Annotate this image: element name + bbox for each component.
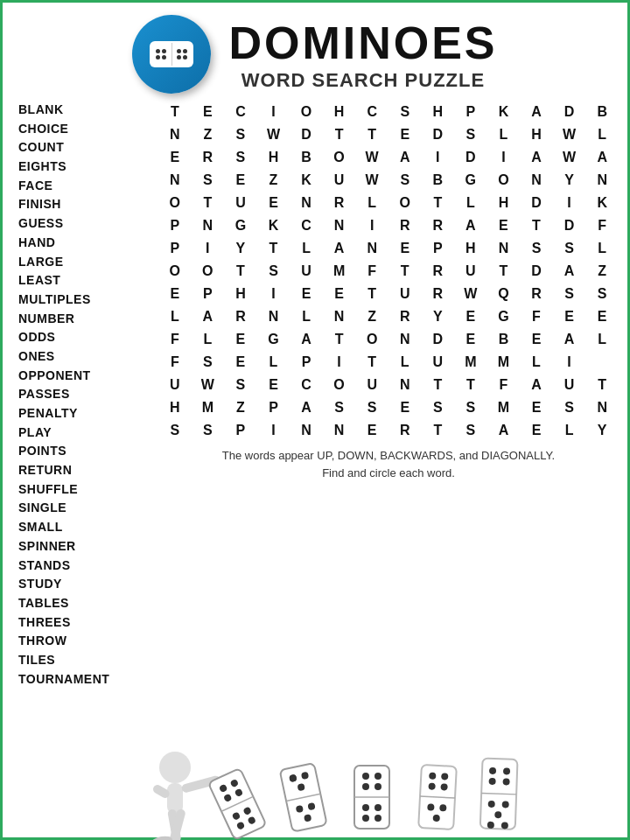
grid-cell: M xyxy=(323,260,356,283)
grid-cell: T xyxy=(224,260,257,283)
grid-cell: E xyxy=(158,146,192,169)
grid-cell: N xyxy=(520,169,553,192)
grid-cell: E xyxy=(257,192,290,214)
word-item: TABLES xyxy=(18,594,151,613)
grid-cell: I xyxy=(422,146,455,169)
grid-cell: C xyxy=(355,101,388,123)
grid-cell: I xyxy=(355,214,388,237)
svg-point-1 xyxy=(159,752,191,783)
content-area: BLANKCHOICECOUNTEIGHTSFACEFINISHGUESSHAN… xyxy=(11,97,619,689)
grid-cell: D xyxy=(290,123,323,146)
grid-cell: L xyxy=(520,351,553,374)
word-item: SPINNER xyxy=(18,537,151,556)
grid-cell: F xyxy=(487,374,521,396)
word-item: ODDS xyxy=(18,328,151,347)
grid-cell: L xyxy=(553,419,586,442)
grid-cell: P xyxy=(224,419,257,442)
grid-cell: S xyxy=(323,396,356,419)
domino-scene-svg xyxy=(11,689,619,840)
word-item: SMALL xyxy=(18,518,151,537)
grid-row: PNGKCNIRRAETDF xyxy=(158,214,619,237)
grid-cell: D xyxy=(422,328,455,351)
grid-cell: L xyxy=(585,328,619,351)
grid-cell: N xyxy=(257,305,290,328)
grid-row: PIYTLANEPHNSSL xyxy=(158,237,619,260)
grid-cell: F xyxy=(158,328,192,351)
grid-cell: T xyxy=(323,328,356,351)
grid-cell: I xyxy=(323,351,356,374)
domino-icon xyxy=(132,15,211,94)
header: DOMINOES WORD SEARCH PUZZLE xyxy=(11,15,619,94)
svg-rect-2 xyxy=(167,783,183,814)
grid-cell: L xyxy=(257,351,290,374)
grid-row: TECIOHCSHPKADB xyxy=(158,101,619,123)
grid-cell: E xyxy=(520,328,553,351)
grid-row: LARNLNZRYEGFEE xyxy=(158,305,619,328)
grid-cell: E xyxy=(192,101,225,123)
grid-cell: E xyxy=(585,305,619,328)
grid-cell: F xyxy=(585,214,619,237)
grid-cell: H xyxy=(487,192,521,214)
grid-cell: R xyxy=(388,305,422,328)
grid-cell: K xyxy=(585,192,619,214)
word-item: MULTIPLES xyxy=(18,290,151,310)
grid-cell: W xyxy=(553,123,586,146)
grid-cell: S xyxy=(355,396,388,419)
grid-cell: L xyxy=(158,305,192,328)
grid-cell: G xyxy=(257,328,290,351)
svg-point-36 xyxy=(362,815,369,822)
grid-cell: H xyxy=(520,123,553,146)
grid-row: EPHIEETURWQRSS xyxy=(158,283,619,305)
grid-cell: N xyxy=(158,169,192,192)
grid-cell: L xyxy=(454,192,487,214)
grid-cell: G xyxy=(454,169,487,192)
grid-cell: E xyxy=(257,374,290,396)
word-item: ONES xyxy=(18,347,151,367)
grid-cell: L xyxy=(585,237,619,260)
grid-cell: M xyxy=(454,351,487,374)
grid-cell: O xyxy=(158,192,192,214)
grid-cell: E xyxy=(224,328,257,351)
grid-cell: C xyxy=(224,101,257,123)
grid-cell: N xyxy=(192,214,225,237)
word-item: THROW xyxy=(18,632,151,651)
grid-cell: O xyxy=(355,328,388,351)
grid-cell: I xyxy=(257,419,290,442)
grid-cell: N xyxy=(355,237,388,260)
word-item: LARGE xyxy=(18,253,151,272)
grid-cell: B xyxy=(487,328,521,351)
grid-cell: T xyxy=(520,214,553,237)
grid-cell: Y xyxy=(553,169,586,192)
grid-cell: E xyxy=(224,351,257,374)
grid-cell: A xyxy=(520,101,553,123)
grid-cell: U xyxy=(422,351,455,374)
grid-cell: S xyxy=(158,419,192,442)
sub-title: WORD SEARCH PUZZLE xyxy=(228,69,497,92)
grid-cell: N xyxy=(290,192,323,214)
grid-cell: I xyxy=(192,237,225,260)
grid-row: HMZPASSESSMESN xyxy=(158,396,619,419)
word-item: RETURN xyxy=(18,461,151,480)
grid-row: FSELPITLUMMLI xyxy=(158,351,619,374)
grid-cell: P xyxy=(454,101,487,123)
grid-cell: U xyxy=(158,374,192,396)
grid-cell: O xyxy=(192,260,225,283)
grid-cell: A xyxy=(520,146,553,169)
grid-cell: E xyxy=(454,305,487,328)
grid-cell: P xyxy=(290,351,323,374)
grid-cell: H xyxy=(158,396,192,419)
grid-cell: T xyxy=(257,237,290,260)
grid-cell: H xyxy=(257,146,290,169)
grid-cell: U xyxy=(290,260,323,283)
grid-cell: U xyxy=(224,192,257,214)
grid-cell: Y xyxy=(422,305,455,328)
grid-cell: H xyxy=(454,237,487,260)
grid-cell: N xyxy=(323,305,356,328)
grid-cell: R xyxy=(224,305,257,328)
grid-row: SSPINNERTSAELY xyxy=(158,419,619,442)
grid-cell: Z xyxy=(224,396,257,419)
grid-cell: O xyxy=(388,192,422,214)
grid-cell: E xyxy=(487,214,521,237)
grid-cell: A xyxy=(585,146,619,169)
svg-point-33 xyxy=(374,783,382,790)
